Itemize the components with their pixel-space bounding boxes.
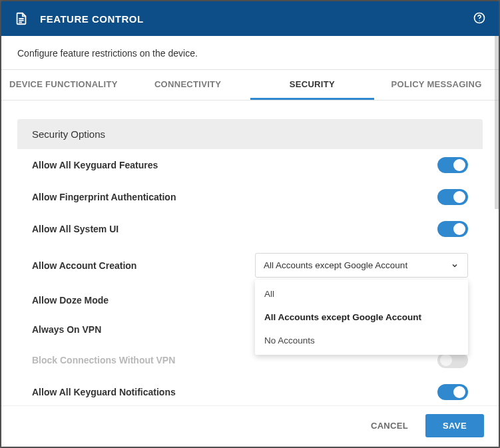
tab-bar: DEVICE FUNCTIONALITY CONNECTIVITY SECURI… [1,70,499,101]
row-allow-system-ui: Allow All System UI [17,213,483,245]
help-icon[interactable] [472,11,487,25]
save-button[interactable]: SAVE [425,414,484,437]
dropdown-option-none[interactable]: No Accounts [255,329,468,352]
row-label: Allow All System UI [32,224,437,234]
panel-title: Security Options [17,119,483,149]
select-account-creation[interactable]: All Accounts except Google Account [255,253,468,278]
row-label: Block Connections Without VPN [32,355,437,365]
tab-connectivity[interactable]: CONNECTIVITY [126,70,250,100]
feature-control-dialog: FEATURE CONTROL Configure feature restri… [1,1,499,447]
row-keyguard-notifications: Allow All Keyguard Notifications [17,376,483,405]
row-allow-fingerprint: Allow Fingerprint Authentication [17,181,483,213]
row-label: Allow Account Creation [32,260,255,271]
select-account-creation-wrap: All Accounts except Google Account All A… [255,253,468,278]
dialog-footer: CANCEL SAVE [1,405,499,447]
cancel-button[interactable]: CANCEL [366,414,413,437]
row-label: Allow All Keyguard Features [32,160,437,170]
toggle-allow-fingerprint[interactable] [437,189,468,205]
toggle-allow-keyguard[interactable] [437,157,468,173]
tab-device-functionality[interactable]: DEVICE FUNCTIONALITY [1,70,126,100]
tab-security[interactable]: SECURITY [250,70,375,100]
select-value: All Accounts except Google Account [264,260,407,270]
row-label: Allow All Keyguard Notifications [32,387,437,397]
dropdown-option-all[interactable]: All [255,282,468,306]
document-icon [13,11,29,27]
svg-point-4 [479,21,479,21]
row-label: Allow Fingerprint Authentication [32,192,437,202]
dialog-header: FEATURE CONTROL [1,1,499,36]
dropdown-option-except-google[interactable]: All Accounts except Google Account [255,306,468,329]
row-allow-keyguard: Allow All Keyguard Features [17,149,483,181]
dialog-body: Security Options Allow All Keyguard Feat… [1,101,499,405]
toggle-allow-system-ui[interactable] [437,221,468,237]
dialog-title: FEATURE CONTROL [40,13,144,25]
toggle-keyguard-notifications[interactable] [437,384,468,400]
dropdown-account-creation: All All Accounts except Google Account N… [255,280,468,355]
security-options-panel: Security Options Allow All Keyguard Feat… [17,119,483,405]
tab-policy-messaging[interactable]: POLICY MESSAGING [374,70,499,100]
row-account-creation: Allow Account Creation All Accounts exce… [17,245,483,286]
chevron-down-icon [450,261,459,270]
dialog-subheader: Configure feature restrictions on the de… [1,36,499,70]
